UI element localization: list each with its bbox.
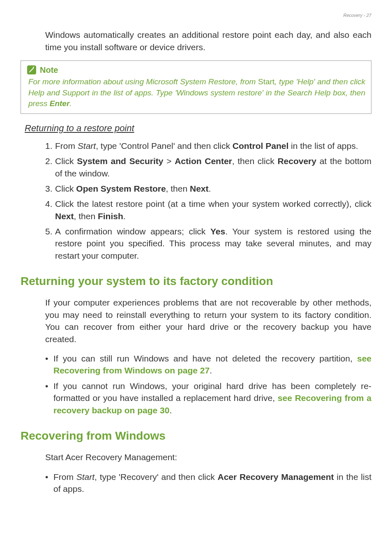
bullet-icon: • [45,380,53,416]
list-item: 5.A confirmation window appears; click Y… [45,225,371,262]
page-header: Recovery - 27 [21,12,371,19]
list-item: •If you can still run Windows and have n… [45,352,371,377]
note-header: Note [27,64,365,76]
list-text: Click the latest restore point (at a tim… [55,198,371,222]
note-box: Note For more information about using Mi… [21,60,371,114]
note-title: Note [40,64,58,76]
list-number: 1. [45,140,55,152]
sub-heading-restore-point: Returning to a restore point [25,122,371,135]
list-text: From Start, type 'Recovery' and then cli… [53,471,371,495]
recovering-bullets: •From Start, type 'Recovery' and then cl… [45,471,371,495]
factory-bullets: •If you can still run Windows and have n… [45,352,371,416]
factory-paragraph: If your computer experiences problems th… [45,297,371,345]
list-item: •If you cannot run Windows, your origina… [45,380,371,416]
list-item: 1.From Start, type 'Control Panel' and t… [45,140,371,152]
list-text: A confirmation window appears; click Yes… [55,225,371,262]
list-text: Click System and Security > Action Cente… [55,155,371,179]
pencil-icon [27,65,37,75]
recovering-paragraph: Start Acer Recovery Management: [45,451,371,463]
note-enter-word: Enter [50,99,70,108]
note-body: For more information about using Microso… [28,76,365,109]
list-item: 3.Click Open System Restore, then Next. [45,183,371,195]
heading-recovering-windows: Recovering from Windows [21,428,371,444]
list-item: 2.Click System and Security > Action Cen… [45,155,371,179]
list-text: If you can still run Windows and have no… [53,352,371,377]
note-text-suffix: . [69,99,71,108]
list-text: If you cannot run Windows, your original… [53,380,371,416]
list-item: 4.Click the latest restore point (at a t… [45,198,371,222]
list-item: •From Start, type 'Recovery' and then cl… [45,471,371,495]
heading-factory-condition: Returning your system to its factory con… [21,273,371,289]
list-number: 2. [45,155,55,179]
list-text: Click Open System Restore, then Next. [55,183,371,195]
list-number: 5. [45,225,55,262]
intro-paragraph: Windows automatically creates an additio… [45,29,371,53]
note-start-word: Start [258,77,274,86]
list-text: From Start, type 'Control Panel' and the… [55,140,371,152]
bullet-icon: • [45,471,53,495]
bullet-icon: • [45,352,53,377]
restore-steps-list: 1.From Start, type 'Control Panel' and t… [45,140,371,262]
list-number: 3. [45,183,55,195]
note-text-prefix: For more information about using Microso… [28,77,258,86]
list-number: 4. [45,198,55,222]
